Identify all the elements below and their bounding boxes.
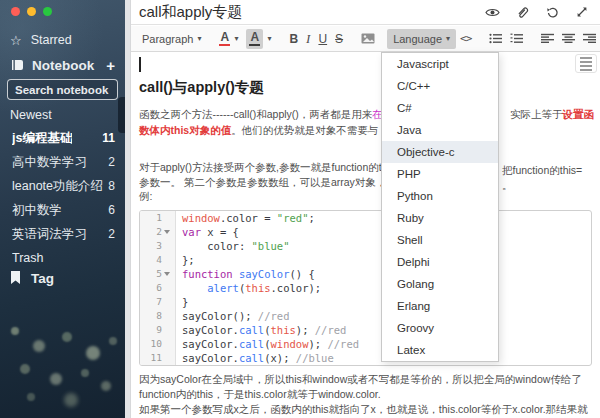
align-right-button[interactable] — [579, 29, 600, 49]
history-icon[interactable] — [544, 4, 560, 20]
bold-button[interactable]: B — [285, 29, 302, 49]
sidebar-drag-handle[interactable] — [118, 97, 125, 133]
line-number: 9 — [140, 323, 162, 337]
background-bokeh — [0, 0, 2, 2]
language-dropdown-label: Language — [393, 33, 442, 45]
notebook-item[interactable]: 英语词法学习2 — [0, 222, 125, 246]
line-number: 8 — [140, 309, 162, 323]
chevron-down-icon: ▾ — [197, 34, 201, 43]
preview-eye-icon[interactable] — [484, 4, 500, 20]
notebook-item[interactable]: 高中数学学习2 — [0, 150, 125, 174]
language-menu-item-delphi[interactable]: Delphi — [382, 251, 498, 273]
language-menu-item-latex[interactable]: Latex — [382, 339, 498, 361]
language-menu-item-javascript[interactable]: Javascript — [382, 53, 498, 75]
line-number: 11 — [140, 351, 162, 365]
header-actions — [484, 4, 592, 20]
align-center-button[interactable] — [558, 29, 579, 49]
line-number: 10 — [140, 337, 162, 351]
background-color-button[interactable]: A ▾ — [242, 29, 275, 49]
starred-label: Starred — [31, 33, 72, 47]
font-color-label: A — [221, 32, 230, 43]
notebook-item[interactable]: js编程基础11 — [0, 126, 125, 150]
fold-caret-icon[interactable] — [162, 230, 172, 234]
notebook-item-label: 英语词法学习 — [12, 226, 87, 243]
language-menu-item-groovy[interactable]: Groovy — [382, 317, 498, 339]
line-number: 7 — [140, 295, 162, 309]
notebook-item-count: 11 — [102, 131, 115, 145]
sidebar: ☆ Starred Notebook + Newest js编程基础11高中数学… — [0, 0, 125, 418]
sidebar-item-notebook[interactable]: Notebook + — [0, 55, 125, 75]
note-title-input[interactable]: call和apply专题 — [139, 3, 242, 22]
paragraph-format-dropdown[interactable]: Paragraph ▾ — [138, 29, 205, 49]
language-menu-item-shell[interactable]: Shell — [382, 229, 498, 251]
chevron-down-icon: ▾ — [446, 34, 450, 43]
language-menu-item-c-[interactable]: C# — [382, 97, 498, 119]
code-line: 9sayColor.call(this); //red — [140, 323, 591, 337]
notebook-item-count: 2 — [108, 155, 115, 169]
notebook-item-label: leanote功能介绍 — [12, 178, 103, 195]
font-color-button[interactable]: A ▾ — [215, 29, 242, 49]
background-color-swatch — [249, 44, 260, 46]
paragraph-format-label: Paragraph — [142, 33, 193, 45]
note-editor[interactable]: call()与apply()专题 函数之两个方法------call()和app… — [131, 52, 600, 418]
sidebar-item-starred[interactable]: ☆ Starred — [0, 31, 125, 49]
notebook-item-count: 6 — [108, 203, 115, 217]
code-line: 5function sayColor() { — [140, 267, 591, 281]
chevron-down-icon: ▾ — [234, 34, 238, 43]
strikethrough-button[interactable]: S — [331, 29, 347, 49]
code-line: 4}; — [140, 253, 591, 267]
font-color-swatch — [219, 44, 230, 46]
search-notebook-input[interactable] — [7, 79, 118, 100]
close-button[interactable] — [11, 7, 20, 16]
newest-label: Newest — [10, 108, 52, 122]
code-line: 6 alert(this.color); — [140, 281, 591, 295]
code-line: 10sayColor.call(window); //red — [140, 337, 591, 351]
notebook-item-label: 高中数学学习 — [12, 154, 87, 171]
line-number: 5 — [140, 267, 162, 281]
add-notebook-button[interactable]: + — [106, 57, 115, 74]
sidebar-item-tag[interactable]: Tag — [0, 268, 125, 288]
note-header: call和apply专题 — [131, 0, 600, 25]
align-right-icon — [583, 33, 596, 44]
language-dropdown[interactable]: Language ▾ — [387, 29, 456, 49]
sidebar-item-newest[interactable]: Newest — [0, 106, 125, 124]
code-block: 1window.color = "red";2var x = {3 color:… — [139, 210, 592, 366]
language-menu-item-erlang[interactable]: Erlang — [382, 295, 498, 317]
language-menu-item-ruby[interactable]: Ruby — [382, 207, 498, 229]
language-menu-item-objective-c[interactable]: Objective-c — [382, 141, 498, 163]
insert-image-button[interactable] — [357, 29, 379, 49]
code-block-button[interactable]: <> — [456, 29, 475, 49]
fullscreen-expand-icon[interactable] — [574, 4, 590, 20]
paragraph-line: 对于apply()方法接受两个参数,参数一就是function的this — [139, 160, 395, 175]
bullet-list-button[interactable] — [485, 29, 506, 49]
fold-caret-icon[interactable] — [162, 272, 172, 276]
language-menu-item-php[interactable]: PHP — [382, 163, 498, 185]
language-menu: JavascriptC/C++C#JavaObjective-cPHPPytho… — [381, 52, 499, 362]
notebook-item[interactable]: leanote功能介绍8 — [0, 174, 125, 198]
notebook-list: js编程基础11高中数学学习2leanote功能介绍8初中数学6英语词法学习2T… — [0, 126, 125, 270]
paragraph-line: 如果第一个参数写成x之后，函数内的this就指向了x，也就是说，this.col… — [139, 402, 588, 417]
line-number: 1 — [140, 211, 162, 225]
chevron-down-icon: ▾ — [267, 34, 271, 43]
notebook-item-count: 8 — [108, 179, 115, 193]
language-menu-item-c-c-[interactable]: C/C++ — [382, 75, 498, 97]
background-color-label: A — [251, 32, 260, 43]
background-color-swatch-box: A — [246, 29, 263, 49]
paragraph-line: 实际上等于设置函 — [510, 107, 594, 122]
sidebar-item-trash[interactable]: Trash — [0, 246, 125, 270]
minimize-button[interactable] — [27, 7, 36, 16]
attachment-paperclip-icon[interactable] — [514, 4, 530, 20]
zoom-button[interactable] — [43, 7, 52, 16]
note-heading: call()与apply()专题 — [139, 78, 264, 97]
app-window: ☆ Starred Notebook + Newest js编程基础11高中数学… — [0, 0, 600, 418]
notebook-item[interactable]: 初中数学6 — [0, 198, 125, 222]
language-menu-item-python[interactable]: Python — [382, 185, 498, 207]
language-menu-item-java[interactable]: Java — [382, 119, 498, 141]
toc-toggle-button[interactable] — [575, 54, 597, 73]
language-menu-item-golang[interactable]: Golang — [382, 273, 498, 295]
italic-button[interactable]: I — [302, 29, 314, 49]
align-center-icon — [562, 33, 575, 44]
align-left-button[interactable] — [537, 29, 558, 49]
numbered-list-button[interactable] — [506, 29, 527, 49]
underline-button[interactable]: U — [314, 29, 331, 49]
